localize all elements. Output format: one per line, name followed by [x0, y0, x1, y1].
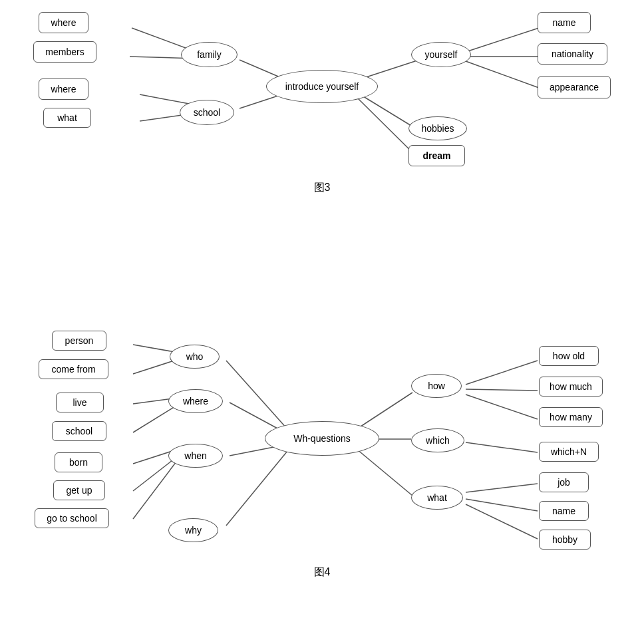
where-node-2: where [168, 389, 223, 413]
svg-line-31 [466, 499, 538, 511]
hobbies-node: hobbies [408, 116, 467, 140]
how-old-node: how old [539, 346, 599, 366]
come-from-node: come from [39, 359, 108, 379]
dream-node: dream [408, 145, 465, 166]
fig4-label: 图4 [0, 565, 644, 579]
svg-line-30 [466, 484, 538, 492]
svg-line-25 [466, 389, 538, 391]
svg-line-1 [466, 28, 539, 52]
person-node: person [52, 331, 106, 351]
svg-line-12 [226, 361, 287, 429]
svg-line-23 [357, 393, 412, 429]
appearance-node: appearance [538, 76, 611, 98]
center-node-1: introduce yourself [266, 70, 378, 103]
born-node: born [55, 452, 102, 472]
how-node: how [411, 374, 462, 398]
who-node: who [170, 345, 220, 369]
how-much-node: how much [539, 377, 603, 397]
fig3-label: 图3 [0, 181, 644, 195]
svg-line-22 [226, 451, 287, 526]
go-to-school-node: go to school [35, 508, 109, 528]
svg-line-21 [133, 459, 178, 519]
what-node-2: what [411, 486, 463, 510]
hobby-node: hobby [539, 530, 591, 550]
which-node: which [411, 428, 464, 452]
live-node: live [56, 393, 104, 412]
when-node: when [168, 444, 223, 468]
svg-line-17 [133, 404, 178, 432]
get-up-node: get up [53, 480, 105, 500]
job-node: job [539, 472, 589, 492]
how-many-node: how many [539, 407, 603, 427]
school-node-2: school [52, 421, 106, 441]
yourself-node: yourself [411, 42, 471, 67]
where1-node: where [39, 12, 88, 33]
family-node: family [181, 42, 238, 67]
what-node-1: what [43, 108, 91, 128]
svg-line-32 [466, 504, 538, 539]
name2-node: name [539, 501, 589, 521]
name-node: name [538, 12, 591, 33]
svg-line-24 [466, 361, 538, 385]
nationality-node: nationality [538, 43, 607, 65]
center-node-2: Wh-questions [265, 421, 379, 456]
svg-line-3 [466, 61, 539, 88]
svg-line-28 [466, 442, 538, 452]
school-node-1: school [180, 100, 234, 125]
which-n-node: which+N [539, 442, 599, 462]
why-node: why [168, 518, 218, 542]
svg-line-4 [358, 93, 418, 130]
svg-line-29 [357, 449, 412, 496]
members-node: members [33, 41, 96, 63]
svg-line-26 [466, 395, 538, 419]
where2-node: where [39, 79, 88, 100]
